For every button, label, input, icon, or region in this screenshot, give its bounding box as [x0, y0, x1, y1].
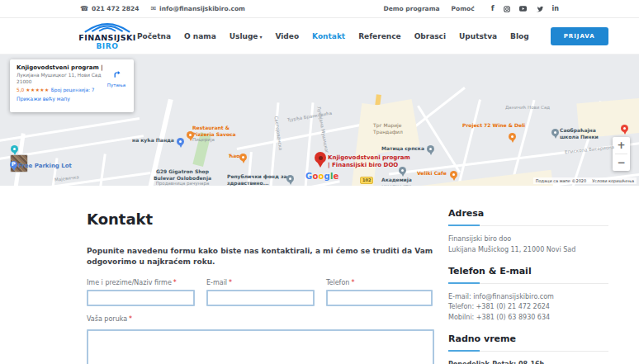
- map-pin-gray-icon: [399, 167, 406, 174]
- directions-icon: [112, 69, 121, 78]
- twitter-icon[interactable]: [536, 6, 543, 12]
- directions-button[interactable]: Путања: [105, 66, 128, 87]
- zoom-out-button[interactable]: −: [613, 154, 630, 171]
- email-link[interactable]: ✉ info@finansijskibiro.com: [150, 5, 245, 12]
- reviews-link[interactable]: Број рецензија: 7: [51, 87, 95, 92]
- view-larger-map-link[interactable]: Прикажи већу мапу: [17, 96, 127, 102]
- sidebar-telefon: Telefon: +381 (0) 21 472 2624: [448, 302, 608, 313]
- map-info-card: Knjigovodstveni program | Fin... Лукијан…: [10, 59, 134, 112]
- map-card-rating: 5,0 ★★★★★ Број рецензија: 7: [17, 87, 127, 92]
- map-card-address: Лукијана Мушицког 11, Нови Сад 21000: [17, 73, 102, 86]
- nav-kontakt[interactable]: Kontakt: [312, 32, 345, 40]
- email-address: info@finansijskibiro.com: [159, 5, 245, 12]
- road-number-badge: 102: [360, 177, 373, 184]
- phone-icon: ☎: [80, 5, 88, 12]
- map-poi-label: Саобраћајнашкола Пинки: [560, 127, 599, 139]
- top-bar: ☎ 021 472 2824 ✉ info@finansijskibiro.co…: [0, 0, 639, 18]
- map-street-label: Епископа Висариона: [565, 144, 615, 155]
- nav-video[interactable]: Video: [275, 32, 299, 40]
- map-attribution: Подаци са мапе ©2020 Услови коришћења: [533, 177, 637, 184]
- nav-menu: Početna O nama Usluge▾ Video Kontakt Ref…: [137, 27, 608, 45]
- map-pin-orange-icon: [239, 154, 247, 161]
- envelope-icon: ✉: [150, 5, 156, 12]
- contact-sidebar: Adresa Finansijski biro doo Lukijana Muš…: [448, 208, 608, 364]
- nav-uputstva[interactable]: Uputstva: [459, 32, 497, 40]
- map-poi-label: Матица српска: [381, 145, 424, 152]
- company-address: Lukijana Mušickog 11, 21000 Novi Sad: [448, 245, 608, 256]
- prijava-button[interactable]: PRIJAVA: [551, 27, 608, 45]
- map-pin-blue-icon: [177, 138, 184, 145]
- nav-blog[interactable]: Blog: [510, 32, 529, 40]
- linkedin-icon[interactable]: in: [552, 6, 559, 12]
- phone-input[interactable]: [326, 290, 433, 306]
- nav-obrasci[interactable]: Obrasci: [414, 32, 446, 40]
- map-road: [417, 105, 461, 173]
- map-street-label: Даничић Нови Сад: [505, 105, 550, 111]
- map-poi-label: G29 Gigatron ShopBulevar OslobođenjaПрод…: [154, 168, 211, 186]
- main-nav: FINANSIJSKI BIRO Početna O nama Usluge▾ …: [0, 18, 639, 54]
- nav-o-nama[interactable]: O nama: [184, 32, 216, 40]
- map-pin-teal-icon: [11, 145, 18, 153]
- instagram-icon[interactable]: [504, 6, 510, 12]
- email-field-label: E-mail*: [206, 279, 315, 286]
- logo-text-line2: BIRO: [96, 43, 118, 50]
- page: ☎ 021 472 2824 ✉ info@finansijskibiro.co…: [0, 0, 639, 364]
- map-zoom-control: + −: [613, 137, 630, 171]
- map-card-title: Knjigovodstveni program | Fin...: [17, 64, 102, 71]
- form-row: Ime i prezime/Naziv firme* E-mail* Telef…: [87, 279, 440, 306]
- radno-vreme-weekdays: Ponedeljak-Petak: 08-16h: [448, 360, 608, 364]
- map-pin-gray-icon: [427, 145, 434, 153]
- demo-programa-link[interactable]: Demo programa: [383, 5, 439, 12]
- map-road: [443, 99, 481, 186]
- map-poi-label: Ћао: [229, 153, 239, 159]
- logo-text-line1: FINANSIJSKI: [78, 34, 135, 42]
- page-title: Kontakt: [87, 210, 440, 228]
- youtube-icon[interactable]: [519, 6, 527, 12]
- radno-vreme-heading: Radno vreme: [448, 333, 608, 344]
- google-map[interactable]: Knjigovodstveni program | Finansijski bi…: [0, 54, 639, 186]
- map-poi-label: Project 72 Wine & Deli: [462, 122, 525, 129]
- map-poi-label: АкадемијауметностиНови Сад: [381, 177, 412, 186]
- nav-usluge[interactable]: Usluge▾: [230, 32, 263, 40]
- map-pin-red-icon: [621, 125, 628, 132]
- phone-number: 021 472 2824: [92, 5, 139, 12]
- sidebar-email: E-mail: info@finansijskibiro.com: [448, 292, 608, 303]
- divider: [448, 225, 608, 226]
- logo-arcs-icon: [78, 21, 137, 33]
- map-pin-orange-icon: [509, 133, 516, 140]
- message-field-label: Vaša poruka*: [87, 315, 440, 323]
- contact-intro: Popunite navedenu formu kako biste nas k…: [87, 246, 440, 267]
- map-pin-orange-icon: [450, 171, 457, 178]
- nav-reference[interactable]: Reference: [358, 32, 400, 40]
- map-road: [31, 172, 150, 186]
- email-input[interactable]: [206, 290, 315, 306]
- chevron-down-icon: ▾: [259, 34, 262, 40]
- map-pin-p-icon: [10, 161, 17, 168]
- map-pin-orange-icon: [187, 131, 194, 139]
- phone-link[interactable]: ☎ 021 472 2824: [80, 5, 139, 12]
- map-poi-label: Restaurant &Pizzeria SavocaПицерија: [192, 125, 236, 143]
- star-rating-icon: ★★★★★: [26, 87, 49, 92]
- content-section: Kontakt Popunite navedenu formu kako bis…: [0, 186, 639, 364]
- zoom-in-button[interactable]: +: [613, 137, 630, 154]
- nav-pocetna[interactable]: Početna: [137, 32, 171, 40]
- sidebar-mobilni: Mobilni: +381 (0) 63 8930 634: [448, 313, 608, 324]
- logo[interactable]: FINANSIJSKI BIRO: [78, 21, 137, 50]
- map-poi-label: на кућа Панда: [132, 137, 174, 144]
- map-pin-gray-icon: [286, 175, 294, 182]
- map-poi-label: Veliki Cafe: [417, 170, 447, 177]
- adresa-heading: Adresa: [448, 208, 608, 219]
- message-textarea[interactable]: [87, 329, 434, 364]
- name-input[interactable]: [87, 290, 195, 306]
- map-marker-label: Knjigovodstveni program | Finansijski bi…: [328, 154, 410, 169]
- map-poi-label: Републички фонд заздравствено...: [227, 173, 287, 186]
- facebook-icon[interactable]: f: [491, 5, 495, 12]
- telefon-email-heading: Telefon & E-mail: [448, 266, 608, 277]
- map-poi-label: Free Parking Lot: [18, 163, 72, 170]
- pomoc-link[interactable]: Pomoć: [452, 5, 475, 12]
- phone-field-label: Telefon*: [326, 279, 433, 286]
- company-name: Finansijski biro doo: [448, 234, 608, 245]
- divider: [448, 283, 608, 284]
- name-field-label: Ime i prezime/Naziv firme*: [87, 279, 195, 286]
- terms-link[interactable]: Услови коришћења: [592, 178, 634, 183]
